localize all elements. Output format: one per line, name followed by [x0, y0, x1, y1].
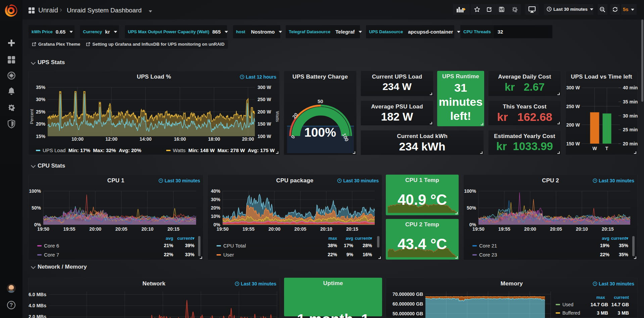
svg-text:18:00: 18:00	[208, 136, 220, 142]
svg-text:20:00: 20:00	[89, 226, 101, 232]
svg-text:40 min: 40 min	[623, 85, 638, 90]
svg-text:35%: 35%	[36, 85, 46, 90]
svg-text:30%: 30%	[36, 97, 46, 102]
svg-text:60.000000 GB: 60.000000 GB	[393, 301, 423, 307]
svg-text:150 W: 150 W	[566, 141, 580, 146]
svg-text:Percent: Percent	[29, 109, 34, 124]
svg-text:19:50: 19:50	[472, 226, 485, 232]
svg-text:50.000000 GB: 50.000000 GB	[393, 311, 423, 316]
svg-text:Watts: Watts	[275, 111, 280, 122]
svg-text:300 W: 300 W	[566, 85, 580, 90]
svg-text:100 W: 100 W	[258, 134, 271, 139]
svg-text:100%: 100%	[464, 188, 476, 194]
svg-text:20:10: 20:10	[576, 226, 588, 232]
svg-text:30 min: 30 min	[623, 113, 638, 119]
svg-text:300 W: 300 W	[258, 85, 271, 90]
svg-text:4.0 MBs: 4.0 MBs	[29, 303, 46, 308]
svg-text:19:50: 19:50	[37, 226, 49, 232]
svg-text:19:55: 19:55	[242, 226, 255, 232]
svg-text:6.0 MBs: 6.0 MBs	[29, 292, 46, 297]
svg-text:200 W: 200 W	[258, 109, 271, 115]
svg-text:10:00: 10:00	[72, 136, 84, 142]
svg-text:250 W: 250 W	[566, 104, 580, 109]
svg-text:30%: 30%	[211, 197, 221, 202]
svg-text:12:00: 12:00	[105, 136, 118, 142]
svg-text:19:55: 19:55	[63, 226, 76, 232]
svg-text:100%: 100%	[29, 188, 41, 194]
svg-text:20:15: 20:15	[602, 226, 614, 232]
svg-text:20:15: 20:15	[346, 226, 358, 232]
svg-text:20:00: 20:00	[242, 136, 254, 142]
svg-text:20:10: 20:10	[141, 226, 153, 232]
svg-text:70.000000 GB: 70.000000 GB	[393, 291, 423, 297]
svg-text:150 W: 150 W	[258, 121, 271, 127]
svg-text:50%: 50%	[32, 205, 41, 211]
svg-text:10%: 10%	[211, 214, 221, 219]
svg-text:50%: 50%	[467, 205, 476, 211]
svg-text:20%: 20%	[211, 205, 221, 211]
svg-text:19:55: 19:55	[498, 226, 510, 232]
svg-text:20:00: 20:00	[268, 226, 280, 232]
svg-text:19:50: 19:50	[217, 226, 229, 232]
svg-text:T: T	[605, 146, 608, 151]
svg-text:20 min: 20 min	[623, 141, 638, 146]
svg-text:20:00: 20:00	[524, 226, 536, 232]
svg-text:20:05: 20:05	[116, 226, 128, 232]
svg-text:35 min: 35 min	[623, 99, 638, 104]
svg-text:200 W: 200 W	[566, 122, 580, 128]
svg-text:25%: 25%	[36, 109, 46, 115]
svg-text:2.0 MBs: 2.0 MBs	[29, 314, 46, 318]
svg-text:16:00: 16:00	[174, 136, 186, 142]
svg-text:50: 50	[318, 98, 323, 104]
svg-text:20%: 20%	[36, 121, 46, 127]
svg-text:20:05: 20:05	[294, 226, 307, 232]
svg-text:250 W: 250 W	[258, 97, 271, 102]
svg-text:W: W	[592, 146, 597, 151]
svg-text:20:05: 20:05	[550, 226, 562, 232]
svg-text:25 min: 25 min	[623, 127, 638, 132]
svg-text:20:10: 20:10	[320, 226, 332, 232]
svg-text:40%: 40%	[211, 188, 221, 194]
svg-text:15%: 15%	[36, 134, 46, 139]
svg-text:14:00: 14:00	[140, 136, 152, 142]
svg-text:20:15: 20:15	[168, 226, 180, 232]
